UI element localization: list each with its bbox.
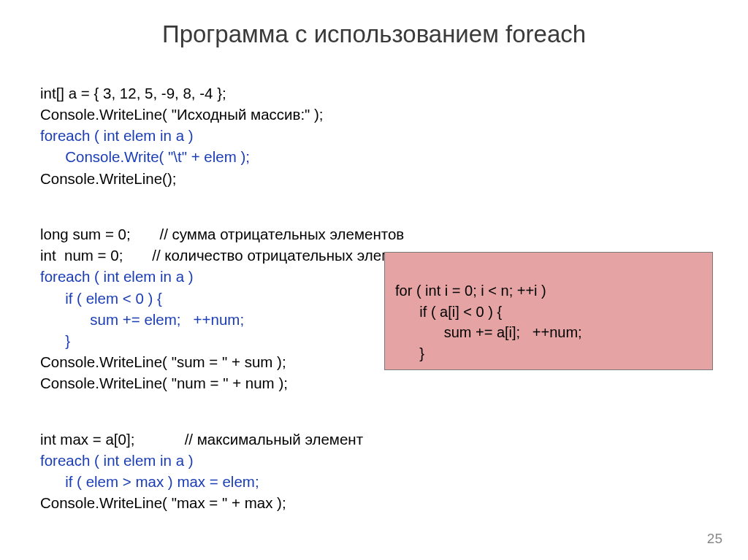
- code-line: Console.WriteLine( "sum = " + sum );: [40, 353, 286, 370]
- callout-line: }: [395, 345, 424, 361]
- code-line: int max = a[0]; // максимальный элемент: [40, 431, 363, 448]
- slide-title: Программа с использованием foreach: [40, 20, 708, 48]
- code-line: long sum = 0; // сумма отрицательных эле…: [40, 226, 404, 242]
- slide-container: Программа с использованием foreach int[]…: [0, 0, 748, 560]
- callout-line: for ( int i = 0; i < n; ++i ): [395, 283, 546, 299]
- callout-line: if ( a[i] < 0 ) {: [395, 304, 502, 320]
- code-line: int num = 0; // количество отрицательных…: [40, 247, 431, 264]
- code-line: }: [40, 332, 70, 349]
- code-line: if ( elem > max ) max = elem;: [40, 473, 259, 490]
- code-line: foreach ( int elem in a ): [40, 127, 194, 144]
- code-line: Console.WriteLine();: [40, 170, 176, 187]
- comparison-callout: for ( int i = 0; i < n; ++i ) if ( a[i] …: [384, 252, 713, 370]
- code-line: Console.WriteLine( "Исходный массив:" );: [40, 106, 324, 123]
- code-line: if ( elem < 0 ) {: [40, 290, 162, 307]
- code-line: foreach ( int elem in a ): [40, 268, 194, 285]
- code-line: int[] a = { 3, 12, 5, -9, 8, -4 };: [40, 85, 226, 101]
- code-line: Console.WriteLine( "max = " + max );: [40, 494, 286, 511]
- page-number: 25: [707, 531, 722, 547]
- code-line: sum += elem; ++num;: [40, 311, 244, 328]
- code-line: Console.WriteLine( "num = " + num );: [40, 375, 288, 391]
- code-line: Console.Write( "\t" + elem );: [40, 148, 250, 165]
- code-line: foreach ( int elem in a ): [40, 452, 194, 469]
- callout-line: sum += a[i]; ++num;: [395, 324, 582, 340]
